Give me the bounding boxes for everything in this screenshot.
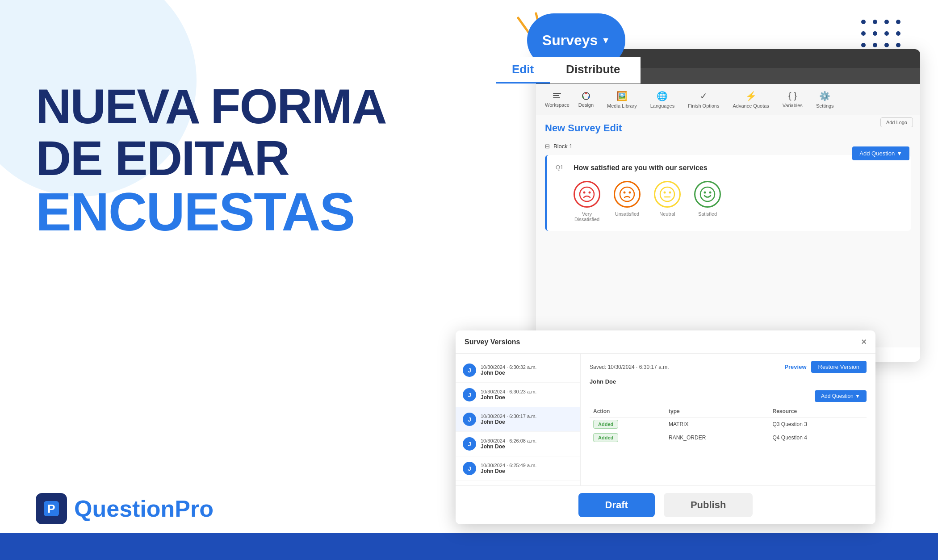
emoji-very-dissatisfied: VeryDissatisfied	[574, 181, 600, 222]
survey-title: New Survey Edit	[545, 122, 911, 134]
col-action: Action	[590, 405, 665, 418]
settings-label: Settings	[816, 103, 834, 109]
version-item-2[interactable]: J 10/30/2024 · 6:30:23 a.m. John Doe	[456, 383, 580, 407]
face-very-dissatisfied-svg	[579, 186, 595, 202]
svg-point-15	[620, 187, 634, 201]
publish-button[interactable]: Publish	[664, 493, 753, 517]
emoji-label-dissatisfied: Unsatisfied	[615, 211, 639, 217]
row2-action: Added	[590, 431, 665, 444]
workspace-design-toggle: Workspace Design	[545, 91, 594, 108]
draft-button[interactable]: Draft	[578, 493, 655, 517]
add-question-arrow-icon: ▼	[896, 150, 902, 157]
workspace-icon	[552, 91, 562, 101]
version-info-2: 10/30/2024 · 6:30:23 a.m. John Doe	[481, 389, 573, 401]
variables-btn[interactable]: { } Variables	[783, 91, 803, 108]
questionpro-icon: P	[42, 499, 61, 518]
table-row-1: Added MATRIX Q3 Question 3	[590, 418, 867, 431]
design-btn[interactable]: Design	[578, 91, 594, 108]
tab-distribute[interactable]: Distribute	[550, 57, 636, 84]
versions-list: J 10/30/2024 · 6:30:32 a.m. John Doe J 1…	[456, 354, 581, 485]
block-label: Block 1	[553, 143, 573, 150]
add-logo-button[interactable]: Add Logo	[880, 117, 913, 127]
badge-added-1: Added	[593, 420, 618, 429]
version-avatar-4: J	[463, 437, 476, 451]
svg-point-20	[669, 192, 671, 194]
right-area: Surveys ▼ Edit Distribute My Surveys › N…	[447, 0, 938, 560]
svg-rect-5	[553, 93, 561, 94]
version-avatar-5: J	[463, 462, 476, 475]
emoji-neutral: Neutral	[654, 181, 681, 222]
svg-point-19	[664, 192, 666, 194]
version-detail: Saved: 10/30/2024 · 6:30:17 a.m. Preview…	[581, 354, 875, 485]
restore-version-button[interactable]: Restore Version	[811, 361, 867, 373]
version-item-5[interactable]: J 10/30/2024 · 6:25:49 a.m. John Doe	[456, 456, 580, 481]
emoji-face-very-dissatisfied	[574, 181, 600, 208]
row2-resource: Q4 Question 4	[769, 431, 867, 444]
logo-name-part2: Pro	[175, 496, 214, 522]
advance-quotas-btn[interactable]: ⚡ Advance Quotas	[733, 91, 769, 109]
media-library-icon: 🖼️	[616, 91, 628, 101]
version-add-question-area: Add Question ▼	[590, 390, 867, 402]
emoji-face-neutral	[654, 181, 681, 208]
question-text: How satisfied are you with our services	[574, 164, 902, 172]
version-item-3[interactable]: J 10/30/2024 · 6:30:17 a.m. John Doe	[456, 407, 580, 432]
add-question-label: Add Question	[859, 150, 895, 157]
finish-options-label: Finish Options	[688, 103, 719, 109]
languages-btn[interactable]: 🌐 Languages	[650, 91, 674, 109]
face-dissatisfied-svg	[619, 186, 635, 202]
question-row: Q1 How satisfied are you with our servic…	[556, 164, 902, 222]
version-date-4: 10/30/2024 · 6:26:08 a.m.	[481, 438, 573, 443]
heading-line1: NUEVA FORMA	[36, 80, 386, 132]
tab-edit[interactable]: Edit	[496, 57, 550, 84]
workspace-btn[interactable]: Workspace	[545, 91, 570, 108]
svg-point-22	[700, 187, 715, 201]
emoji-row: VeryDissatisfied	[574, 181, 902, 222]
versions-title: Survey Versions	[465, 338, 520, 346]
svg-point-16	[624, 192, 626, 194]
version-info-4: 10/30/2024 · 6:26:08 a.m. John Doe	[481, 438, 573, 450]
version-footer: Draft Publish	[456, 485, 875, 524]
tab-bar: Edit Distribute	[491, 57, 641, 84]
design-icon	[581, 91, 591, 101]
version-item-4[interactable]: J 10/30/2024 · 6:26:08 a.m. John Doe	[456, 432, 580, 456]
media-library-btn[interactable]: 🖼️ Media Library	[607, 91, 637, 109]
versions-close-button[interactable]: ×	[861, 337, 867, 347]
version-add-question-button[interactable]: Add Question ▼	[815, 390, 867, 402]
settings-btn[interactable]: ⚙️ Settings	[816, 91, 834, 109]
version-user-5: John Doe	[481, 468, 573, 474]
versions-modal: Survey Versions × J 10/30/2024 · 6:30:32…	[456, 330, 875, 524]
svg-point-10	[588, 96, 590, 98]
versions-modal-header: Survey Versions ×	[456, 330, 875, 354]
face-satisfied-svg	[699, 186, 716, 202]
languages-label: Languages	[650, 103, 674, 109]
emoji-face-dissatisfied	[614, 181, 641, 208]
finish-options-icon: ✓	[700, 91, 708, 101]
variables-icon: { }	[788, 91, 797, 101]
version-avatar-3: J	[463, 413, 476, 426]
logo-name-part1: Question	[74, 496, 175, 522]
version-item-1[interactable]: J 10/30/2024 · 6:30:32 a.m. John Doe	[456, 358, 580, 383]
heading-line3: ENCUESTAS	[36, 184, 386, 240]
row1-resource: Q3 Question 3	[769, 418, 867, 431]
finish-options-btn[interactable]: ✓ Finish Options	[688, 91, 719, 109]
version-user-4: John Doe	[481, 443, 573, 450]
col-resource: Resource	[769, 405, 867, 418]
block-collapse-icon[interactable]: ⊟	[545, 143, 550, 150]
version-actions: Preview Restore Version	[784, 361, 867, 373]
add-question-button[interactable]: Add Question ▼	[852, 146, 909, 160]
svg-point-9	[585, 92, 587, 94]
version-info-5: 10/30/2024 · 6:25:49 a.m. John Doe	[481, 463, 573, 474]
advance-quotas-icon: ⚡	[745, 91, 757, 101]
table-header-row: Action type Resource	[590, 405, 867, 418]
settings-icon: ⚙️	[819, 91, 830, 101]
actions-table: Action type Resource Added MATRIX Q3 Que…	[590, 405, 867, 444]
editor-window: My Surveys › New Survey E... Analytics I…	[536, 49, 920, 362]
svg-point-17	[629, 192, 631, 194]
question-number: Q1	[556, 164, 565, 171]
preview-button[interactable]: Preview	[784, 364, 806, 370]
version-info-1: 10/30/2024 · 6:30:32 a.m. John Doe	[481, 364, 573, 376]
version-avatar-1: J	[463, 364, 476, 377]
question-area: Q1 How satisfied are you with our servic…	[545, 155, 911, 231]
svg-text:P: P	[47, 502, 55, 515]
version-detail-header: Saved: 10/30/2024 · 6:30:17 a.m. Preview…	[590, 361, 867, 373]
